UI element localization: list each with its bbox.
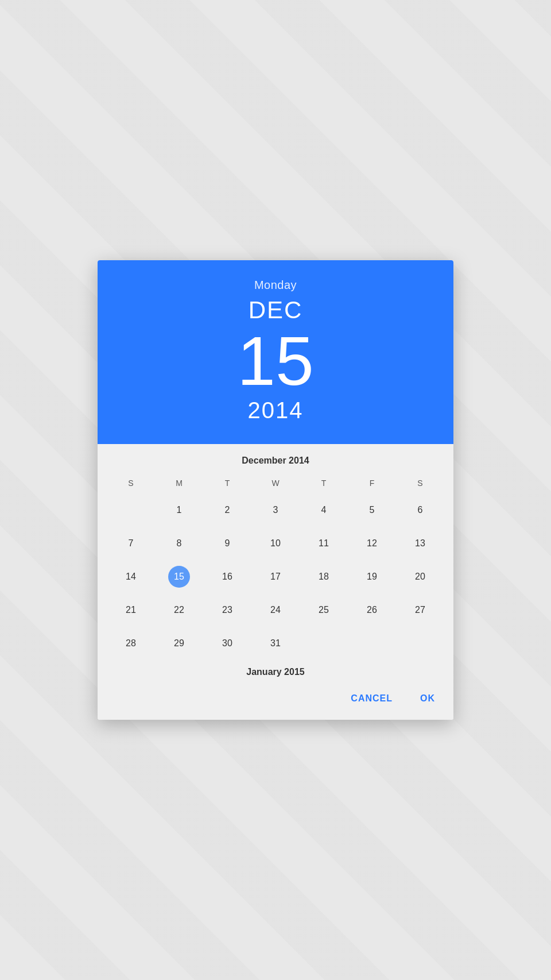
calendar-day[interactable]: 10 [251, 527, 300, 560]
weekday-thu: T [300, 475, 348, 493]
weekday-sun: S [107, 475, 155, 493]
weekday-tue: T [203, 475, 251, 493]
calendar-day[interactable]: 2 [203, 493, 251, 527]
weekday-wed: W [251, 475, 300, 493]
weekday-mon: M [155, 475, 203, 493]
calendar-day[interactable]: 19 [348, 560, 396, 593]
calendar-december-grid: S M T W T F S 12345678910111213141516171… [107, 475, 444, 660]
calendar-day-empty [396, 627, 444, 660]
weekday-header-row: S M T W T F S [107, 475, 444, 493]
calendar-day[interactable]: 21 [107, 593, 155, 627]
calendar-day[interactable]: 16 [203, 560, 251, 593]
weekday-sat: S [396, 475, 444, 493]
calendar-body: December 2014 S M T W T F S 123456789101… [98, 444, 453, 680]
calendar-day[interactable]: 18 [300, 560, 348, 593]
calendar-day[interactable]: 27 [396, 593, 444, 627]
calendar-day[interactable]: 1 [155, 493, 203, 527]
calendar-day-empty [348, 627, 396, 660]
calendar-day[interactable]: 29 [155, 627, 203, 660]
calendar-day[interactable]: 25 [300, 593, 348, 627]
calendar-day[interactable]: 17 [251, 560, 300, 593]
calendar-day-empty [107, 493, 155, 527]
calendar-day[interactable]: 9 [203, 527, 251, 560]
calendar-day[interactable]: 30 [203, 627, 251, 660]
calendar-january-title: January 2015 [107, 660, 444, 680]
header-year: 2014 [111, 398, 440, 423]
calendar-day[interactable]: 6 [396, 493, 444, 527]
calendar-day[interactable]: 31 [251, 627, 300, 660]
calendar-day[interactable]: 15 [155, 560, 203, 593]
calendar-day[interactable]: 28 [107, 627, 155, 660]
header-month: DEC [111, 296, 440, 324]
calendar-day[interactable]: 3 [251, 493, 300, 527]
dialog-actions: CANCEL OK [98, 680, 453, 720]
calendar-day[interactable]: 7 [107, 527, 155, 560]
calendar-day[interactable]: 24 [251, 593, 300, 627]
date-picker-dialog: Monday DEC 15 2014 December 2014 S M T W… [98, 260, 453, 720]
calendar-day[interactable]: 12 [348, 527, 396, 560]
calendar-day[interactable]: 11 [300, 527, 348, 560]
calendar-day[interactable]: 14 [107, 560, 155, 593]
calendar-day[interactable]: 8 [155, 527, 203, 560]
header-day: Monday [111, 279, 440, 292]
calendar-day[interactable]: 4 [300, 493, 348, 527]
calendar-day[interactable]: 23 [203, 593, 251, 627]
calendar-day[interactable]: 26 [348, 593, 396, 627]
calendar-day[interactable]: 13 [396, 527, 444, 560]
calendar-day[interactable]: 5 [348, 493, 396, 527]
cancel-button[interactable]: CANCEL [344, 689, 399, 708]
date-picker-header: Monday DEC 15 2014 [98, 260, 453, 444]
calendar-week-row: 21222324252627 [107, 593, 444, 627]
calendar-day[interactable]: 20 [396, 560, 444, 593]
calendar-week-row: 123456 [107, 493, 444, 527]
calendar-day-empty [300, 627, 348, 660]
calendar-week-row: 78910111213 [107, 527, 444, 560]
header-date-number: 15 [111, 326, 440, 395]
weekday-fri: F [348, 475, 396, 493]
calendar-week-row: 14151617181920 [107, 560, 444, 593]
calendar-week-row: 28293031 [107, 627, 444, 660]
calendar-day[interactable]: 22 [155, 593, 203, 627]
calendar-december-title: December 2014 [107, 456, 444, 466]
ok-button[interactable]: OK [413, 689, 442, 708]
